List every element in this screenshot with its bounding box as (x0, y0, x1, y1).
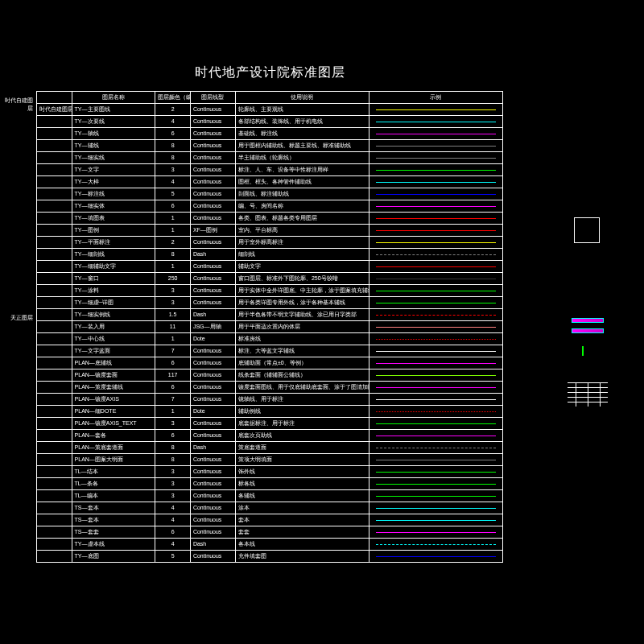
cell-name: TY—细剖线 (72, 249, 155, 261)
cell-sample (369, 406, 502, 418)
sample-line (376, 303, 496, 303)
cell-linetype: Continuous (190, 502, 235, 514)
cell-linetype: Continuous (190, 369, 235, 382)
cell-linetype: Continuous (190, 551, 235, 563)
table-row: TY—细虚─详图3Continuous用于各类详图专用外线，涂于各种基本辅线 (37, 297, 503, 309)
cell-name: TY—虚本线 (72, 539, 155, 551)
cell-linetype: Continuous (190, 140, 235, 152)
cell-desc: 编、号、房间名称 (235, 200, 369, 213)
cell-linetype: Continuous (190, 164, 235, 176)
cell-color: 117 (155, 369, 191, 382)
cell-name: PLAN—镶度AXIS_TEXT (72, 418, 155, 430)
cell-name: TL—结本 (72, 466, 155, 478)
sample-line (376, 109, 496, 110)
cell-name: TY—填图表 (72, 213, 155, 225)
cell-group (37, 357, 72, 369)
cell-group (37, 394, 72, 406)
table-row: PLAN—细DOTE1Dote辅助例线 (37, 406, 503, 418)
sample-line (376, 170, 496, 171)
cell-color: 7 (155, 345, 191, 357)
cell-name: PLAN—细DOTE (72, 406, 155, 418)
cell-name: TL—条各 (72, 478, 155, 490)
cell-name: TY—细虚─详图 (72, 297, 155, 309)
cell-linetype: Continuous (190, 176, 235, 188)
cell-sample (369, 539, 502, 551)
table-row: TY—涂料3Continuous用于实体中全外详图底、中主轮廓，涂于图案填充辅线 (37, 285, 503, 297)
cell-color: 4 (155, 116, 191, 128)
cell-color: 5 (155, 188, 191, 200)
cell-color: 1 (155, 261, 191, 273)
cell-group: 时代自建图层 (37, 104, 72, 116)
cell-group (37, 128, 72, 140)
cell-desc: 充件填套图 (235, 551, 369, 563)
cell-sample (369, 514, 502, 526)
cell-desc: 室内、平台标高 (235, 225, 369, 237)
cell-sample (369, 430, 502, 442)
cell-linetype: Continuous (190, 213, 235, 225)
cell-linetype: Continuous (190, 514, 235, 526)
cell-group (37, 551, 72, 563)
sample-line (376, 351, 496, 352)
cell-desc: 图框、框头、各种管件辅助线 (235, 176, 369, 188)
cell-desc: 细剖线 (235, 249, 369, 261)
cell-linetype: Continuous (190, 273, 235, 285)
cell-group (37, 345, 72, 357)
table-row: TL—编本3Continuous各辅线 (37, 490, 503, 502)
cell-linetype: Continuous (190, 200, 235, 213)
cell-sample (369, 249, 502, 261)
cell-sample (369, 466, 502, 478)
table-row: TY—次要线4Continuous各部结构线、装饰线、用于机电线 (37, 116, 503, 128)
cell-name: TY—平面标注 (72, 237, 155, 249)
cell-linetype: Continuous (190, 152, 235, 164)
cell-desc: 套套 (235, 526, 369, 539)
sample-line (376, 460, 496, 460)
sample-line (376, 472, 496, 473)
cell-name: TY—细实体 (72, 200, 155, 213)
cell-group (37, 188, 72, 200)
cell-name: TY—文字 (72, 164, 155, 176)
cell-sample (369, 213, 502, 225)
sample-line (376, 436, 496, 436)
cell-group (37, 200, 72, 213)
cell-group (37, 140, 72, 152)
cell-desc: 各部结构线、装饰线、用于机电线 (235, 116, 369, 128)
sample-line (376, 218, 496, 219)
cell-desc: 镶度套面图线、用于仅底辅助底套面、涂于了图清加图社 (235, 382, 369, 394)
cell-color: 3 (155, 478, 191, 490)
cell-group (37, 321, 72, 333)
cell-sample (369, 297, 502, 309)
side-ladder-icon (568, 382, 608, 407)
table-row: TY—细实线8Continuous半主辅助线（轮廓线） (37, 152, 503, 164)
cell-color: 3 (155, 164, 191, 176)
sample-line (376, 291, 496, 291)
cell-color: 6 (155, 382, 191, 394)
cell-sample (369, 369, 502, 382)
cell-color: 3 (155, 418, 191, 430)
cell-name: TY—窗口 (72, 273, 155, 285)
cell-linetype: XF—图例 (190, 225, 235, 237)
cell-linetype: Dash (190, 249, 235, 261)
table-row: TY—平面标注2Continuous用于室外标高标注 (37, 237, 503, 249)
sample-line (376, 194, 496, 195)
cell-desc: 标准房线 (235, 333, 369, 345)
header-ltype: 图层线型 (190, 92, 235, 104)
cell-group (37, 333, 72, 345)
sample-line (376, 242, 496, 243)
cell-color: 1 (155, 333, 191, 345)
cell-linetype: Continuous (190, 357, 235, 369)
cell-linetype: Continuous (190, 490, 235, 502)
cell-color: 4 (155, 502, 191, 514)
table-row: TY—标注线5Continuous剖面线、标注辅助线 (37, 188, 503, 200)
cell-sample (369, 261, 502, 273)
cell-group (37, 273, 72, 285)
table-row: 时代自建图层TY—主要图线2Continuous轮廓线、主要观线 (37, 104, 503, 116)
cell-desc: 镜轴线、用于标注 (235, 394, 369, 406)
cell-group (37, 213, 72, 225)
cell-sample (369, 152, 502, 164)
cell-color: 2 (155, 237, 191, 249)
header-sample: 示例 (369, 92, 502, 104)
cell-desc: 用于实体中全外详图底、中主轮廓，涂于图案填充辅线 (235, 285, 369, 297)
table-row: TY—虚本线4Dash各本线 (37, 539, 503, 551)
cell-color: 8 (155, 249, 191, 261)
cell-name: TY—装入用 (72, 321, 155, 333)
